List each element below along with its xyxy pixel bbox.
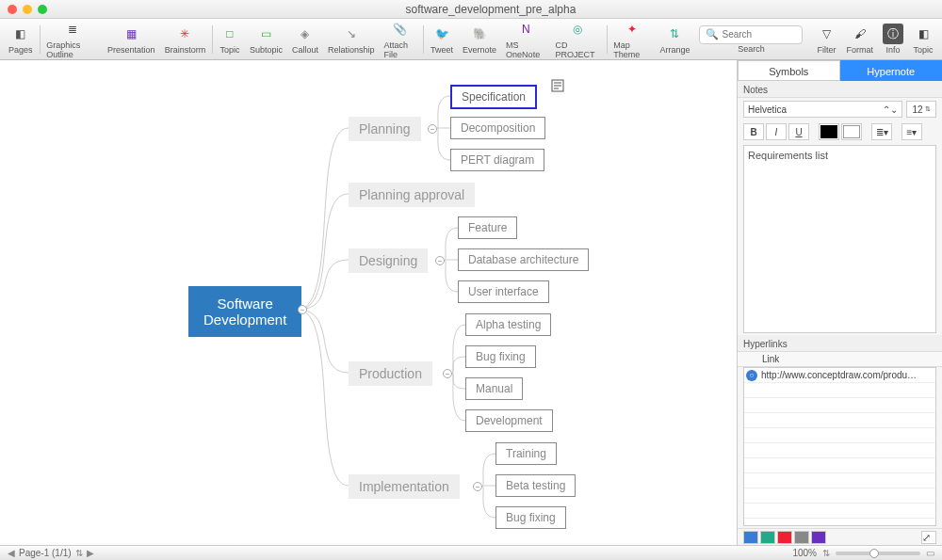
leaf-node[interactable]: Specification	[450, 85, 537, 109]
zoom-stepper-icon[interactable]: ⇅	[822, 548, 830, 558]
tb-callout[interactable]: ◈Callout	[287, 24, 323, 55]
search-box[interactable]: 🔍	[699, 25, 803, 44]
search-input[interactable]	[722, 29, 797, 40]
leaf-node[interactable]: Database architecture	[458, 248, 589, 271]
tb-relationship[interactable]: ↘Relationship	[323, 24, 380, 55]
link-table[interactable]: ○http://www.conceptdraw.com/produ…	[743, 367, 936, 526]
link-row[interactable]	[744, 504, 935, 519]
leaf-node[interactable]: Bug fixing	[495, 506, 566, 529]
minimize-window-button[interactable]	[23, 5, 32, 14]
relationship-icon: ↘	[341, 24, 362, 44]
link-row[interactable]: ○http://www.conceptdraw.com/produ…	[744, 368, 935, 383]
tb-map-theme[interactable]: ✦Map Theme	[609, 19, 655, 59]
root-collapse[interactable]: −	[298, 305, 307, 314]
tb-subtopic[interactable]: ▭Subtopic	[245, 24, 287, 55]
branch-node[interactable]: Designing	[349, 248, 428, 273]
text-color-button[interactable]	[819, 123, 839, 140]
leaf-node[interactable]: Development	[465, 409, 553, 432]
search-icon: 🔍	[706, 28, 719, 40]
leaf-node[interactable]: Bug fixing	[465, 345, 536, 368]
branch-node[interactable]: Implementation	[349, 474, 460, 499]
tb-topic[interactable]: □Topic	[215, 24, 245, 55]
branch-node[interactable]: Planning approval	[349, 183, 475, 207]
branch-node[interactable]: Planning	[349, 117, 421, 141]
branch-collapse[interactable]: −	[473, 482, 482, 491]
tb-evernote[interactable]: 🐘Evernote	[458, 24, 501, 55]
link-action-5[interactable]	[811, 531, 826, 544]
link-action-2[interactable]	[760, 531, 775, 544]
bold-button[interactable]: B	[743, 123, 764, 140]
attach-file-label: Attach File	[384, 40, 417, 59]
align-button[interactable]: ≡▾	[901, 123, 922, 140]
branch-collapse[interactable]: −	[443, 369, 452, 378]
tb-filter[interactable]: ▽Filter	[811, 24, 841, 55]
window-title: software_development_pre_alpha	[47, 3, 934, 16]
globe-icon: ○	[746, 370, 757, 381]
brainstorm-icon: ✳	[174, 24, 195, 44]
link-row[interactable]	[744, 443, 935, 458]
link-row[interactable]	[744, 398, 935, 413]
tb-attach-file[interactable]: 📎Attach File	[380, 19, 422, 59]
callout-label: Callout	[292, 45, 318, 55]
leaf-node[interactable]: Beta testing	[495, 474, 576, 497]
leaf-node[interactable]: Training	[495, 442, 557, 465]
subtopic-icon: ▭	[255, 24, 276, 44]
leaf-node[interactable]: Feature	[458, 216, 517, 239]
prev-page-button[interactable]: ◀	[8, 548, 15, 558]
link-row[interactable]	[744, 458, 935, 473]
tb-info[interactable]: ⓘInfo	[878, 24, 908, 55]
link-row[interactable]	[744, 413, 935, 428]
branch-node[interactable]: Production	[349, 361, 432, 386]
link-action-3[interactable]	[777, 531, 792, 544]
branch-collapse[interactable]: −	[435, 256, 445, 265]
tb-onenote[interactable]: NMS OneNote	[501, 19, 550, 59]
root-node[interactable]: SoftwareDevelopment	[188, 286, 301, 337]
fit-button[interactable]: ▭	[926, 548, 934, 558]
tb-cd-project[interactable]: ◎CD PROJECT	[551, 19, 605, 59]
underline-button[interactable]: U	[788, 123, 809, 140]
tb-tweet[interactable]: 🐦Tweet	[426, 24, 458, 55]
arrange-icon: ⇅	[664, 24, 685, 44]
italic-button[interactable]: I	[766, 123, 787, 140]
next-page-button[interactable]: ▶	[87, 548, 94, 558]
link-row[interactable]	[744, 383, 935, 398]
toolbar: ◧Pages≣Graphics Outline▦Presentation✳Bra…	[0, 19, 942, 60]
leaf-node[interactable]: Manual	[465, 377, 523, 400]
tab-symbols[interactable]: Symbols	[738, 60, 840, 81]
pages-icon: ◧	[10, 24, 31, 44]
link-action-4[interactable]	[794, 531, 809, 544]
link-column-header: Link	[738, 352, 942, 367]
link-row[interactable]	[744, 473, 935, 488]
leaf-node[interactable]: Decomposition	[450, 117, 545, 139]
tb-graphics-outline[interactable]: ≣Graphics Outline	[41, 19, 103, 59]
tab-hypernote[interactable]: Hypernote	[840, 60, 943, 81]
leaf-node[interactable]: PERT diagram	[450, 149, 544, 171]
window-controls	[8, 5, 47, 14]
tb-brainstorm[interactable]: ✳Brainstorm	[160, 24, 211, 55]
link-expand-button[interactable]: ⤢	[921, 531, 936, 544]
font-select[interactable]: Helvetica ⌃⌄	[743, 101, 902, 118]
zoom-slider[interactable]	[836, 552, 920, 555]
titlebar: software_development_pre_alpha	[0, 0, 942, 19]
link-action-1[interactable]	[743, 531, 758, 544]
fill-color-button[interactable]	[841, 123, 862, 140]
graphics-outline-icon: ≣	[62, 19, 83, 40]
link-row[interactable]	[744, 428, 935, 443]
tb-topic-panel[interactable]: ◧Topic	[908, 24, 938, 55]
close-window-button[interactable]	[8, 5, 17, 14]
tb-pages[interactable]: ◧Pages	[4, 24, 38, 55]
branch-collapse[interactable]: −	[428, 124, 437, 134]
maximize-window-button[interactable]	[38, 5, 47, 14]
tb-arrange[interactable]: ⇅Arrange	[655, 24, 694, 55]
tb-format[interactable]: 🖌Format	[841, 24, 878, 55]
leaf-node[interactable]: Alpha testing	[465, 313, 551, 336]
canvas[interactable]: SoftwareDevelopment−Planning−Specificati…	[0, 60, 737, 545]
map-theme-label: Map Theme	[613, 40, 650, 59]
notes-textarea[interactable]: Requirements list	[743, 145, 936, 333]
list-button[interactable]: ≣▾	[871, 123, 892, 140]
tb-presentation[interactable]: ▦Presentation	[103, 24, 160, 55]
page-stepper-icon[interactable]: ⇅	[75, 548, 83, 558]
leaf-node[interactable]: User interface	[458, 280, 549, 303]
font-size-stepper[interactable]: 12 ⇅	[906, 101, 936, 118]
link-row[interactable]	[744, 488, 935, 504]
